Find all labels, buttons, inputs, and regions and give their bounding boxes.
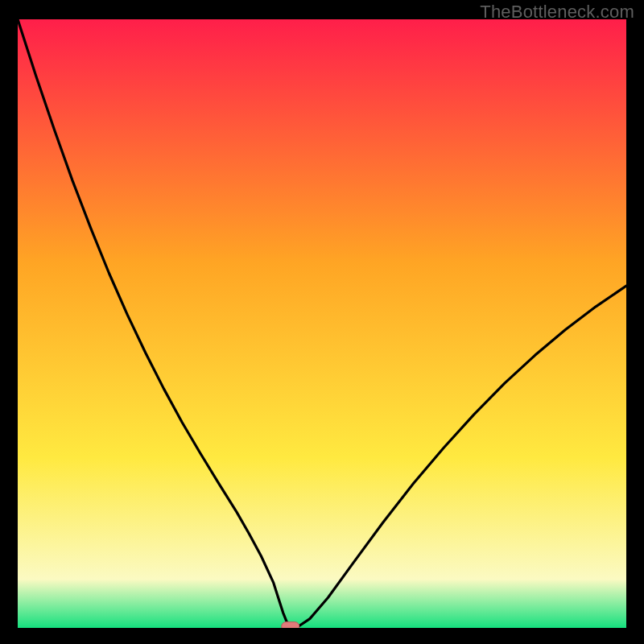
watermark-text: TheBottleneck.com — [480, 2, 634, 23]
bottleneck-chart — [18, 19, 626, 628]
chart-frame: TheBottleneck.com — [0, 0, 644, 644]
optimal-point-marker — [282, 622, 299, 628]
gradient-background — [18, 19, 626, 628]
